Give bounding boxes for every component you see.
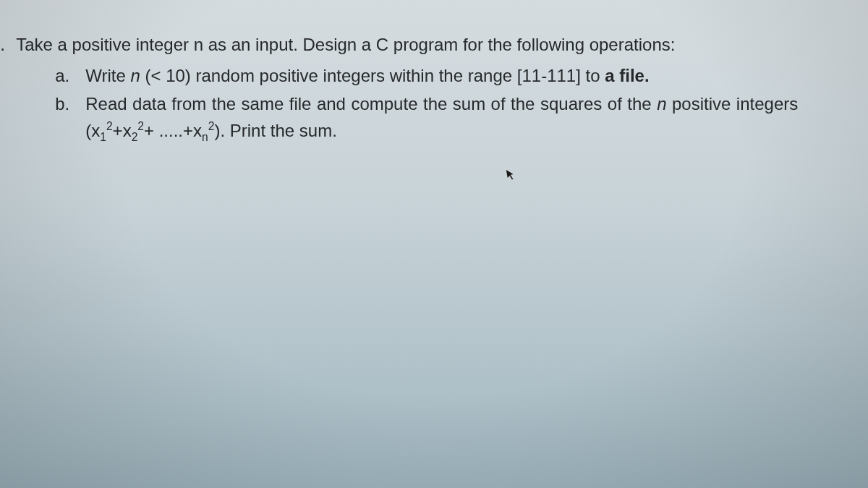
question-main-text: Take a positive integer n as an input. D…: [16, 32, 854, 58]
question-bullet: .: [0, 33, 6, 56]
sub-label-b: b.: [55, 90, 75, 117]
subscript: 1: [100, 131, 106, 143]
text: (< 10) random positive integers within t…: [140, 66, 605, 85]
text: + .....+x: [144, 121, 202, 140]
var-n: n: [657, 94, 666, 114]
mouse-cursor-icon: [505, 167, 518, 185]
var-n: n: [130, 66, 140, 85]
sub-text-a: Write n (< 10) random positive integers …: [85, 62, 649, 89]
bold-text: a file.: [605, 66, 649, 85]
text: positive: [667, 94, 731, 114]
question-content: . Take a positive integer n as an input.…: [0, 0, 868, 162]
sub-text-b: Read data from the same file and compute…: [85, 90, 798, 146]
text: Write: [85, 66, 130, 85]
subscript: n: [202, 131, 208, 143]
question-row: . Take a positive integer n as an input.…: [0, 32, 854, 147]
sub-item-a: a. Write n (< 10) random positive intege…: [55, 62, 854, 89]
superscript: 2: [137, 120, 144, 132]
superscript: 2: [106, 120, 113, 132]
sub-item-b: b. Read data from the same file and comp…: [55, 90, 854, 146]
sub-label-a: a.: [55, 62, 75, 89]
question-body: Take a positive integer n as an input. D…: [16, 32, 854, 147]
text: +x: [113, 121, 132, 140]
subscript: 2: [132, 131, 138, 143]
text: Read data from the same file and compute…: [85, 94, 657, 114]
sub-list: a. Write n (< 10) random positive intege…: [16, 62, 854, 146]
text: ). Print the sum.: [214, 121, 336, 140]
